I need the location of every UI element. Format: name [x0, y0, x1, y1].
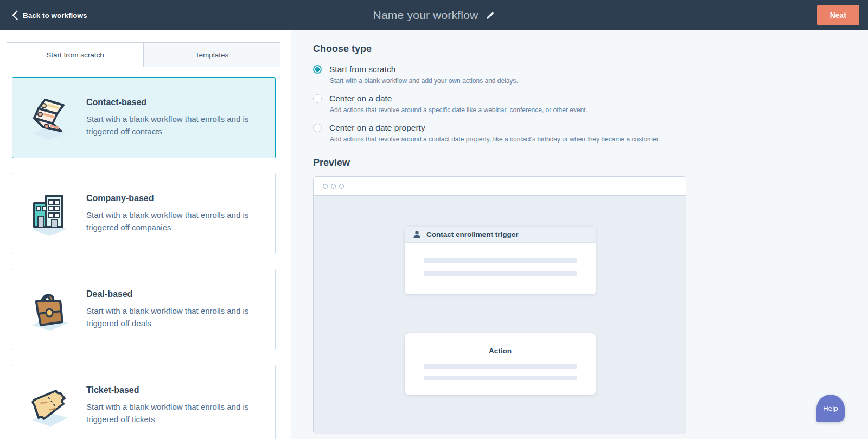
placeholder-bar — [424, 364, 577, 369]
top-bar: Back to workflows Name your workflow Nex… — [0, 0, 868, 30]
contacts-icon — [27, 95, 72, 140]
main-panel: Choose type Start from scratch Start wit… — [291, 30, 868, 439]
radio-center-on-date-property[interactable] — [313, 124, 322, 132]
workflow-type-sidebar: Start from scratch Templates — [0, 30, 291, 439]
trigger-card-body — [405, 243, 596, 294]
radio-row[interactable]: Start from scratch — [313, 64, 868, 74]
back-label: Back to workflows — [23, 11, 87, 20]
option-start-from-scratch: Start from scratch Start with a blank wo… — [313, 64, 868, 85]
sidebar-tabs: Start from scratch Templates — [7, 42, 280, 67]
edit-pencil-icon[interactable] — [486, 11, 495, 20]
card-title: Deal-based — [86, 289, 261, 299]
type-options: Start from scratch Start with a blank wo… — [313, 64, 868, 143]
radio-row[interactable]: Center on a date property — [313, 123, 868, 133]
card-text: Deal-based Start with a blank workflow t… — [86, 289, 261, 330]
chevron-left-icon — [12, 10, 18, 20]
card-text: Company-based Start with a blank workflo… — [86, 193, 261, 234]
browser-dot-icon — [331, 184, 336, 189]
ticket-icon — [27, 383, 72, 428]
trigger-label: Contact enrollment trigger — [426, 230, 519, 238]
option-center-on-date: Center on a date Add actions that revolv… — [313, 94, 868, 114]
card-description: Start with a blank workflow that enrolls… — [86, 209, 261, 234]
browser-dot-icon — [323, 184, 328, 189]
option-description: Add actions that revolve around a specif… — [330, 106, 868, 114]
back-to-workflows-button[interactable]: Back to workflows — [12, 10, 87, 20]
option-description: Start with a blank workflow and add your… — [330, 77, 868, 85]
card-text: Ticket-based Start with a blank workflow… — [86, 385, 261, 425]
company-icon — [27, 191, 72, 236]
placeholder-bar — [424, 258, 577, 263]
radio-row[interactable]: Center on a date — [313, 94, 868, 104]
preview-heading: Preview — [313, 157, 868, 169]
tab-templates[interactable]: Templates — [144, 42, 280, 67]
card-contact-based[interactable]: Contact-based Start with a blank workflo… — [12, 77, 276, 158]
card-text: Contact-based Start with a blank workflo… — [86, 98, 261, 138]
card-ticket-based[interactable]: Ticket-based Start with a blank workflow… — [12, 365, 276, 439]
next-button[interactable]: Next — [817, 5, 859, 25]
card-description: Start with a blank workflow that enrolls… — [86, 113, 261, 138]
browser-chrome-bar — [314, 177, 686, 196]
card-company-based[interactable]: Company-based Start with a blank workflo… — [12, 173, 276, 254]
help-button[interactable]: Help — [816, 395, 845, 422]
radio-center-on-date[interactable] — [313, 94, 322, 103]
object-type-card-list: Contact-based Start with a blank workflo… — [12, 77, 291, 439]
card-description: Start with a blank workflow that enrolls… — [86, 305, 261, 330]
card-title: Contact-based — [86, 98, 261, 107]
action-label: Action — [405, 347, 596, 355]
placeholder-bar — [424, 271, 577, 276]
action-card: Action — [405, 333, 596, 395]
card-description: Start with a blank workflow that enrolls… — [86, 401, 261, 425]
placeholder-bar — [424, 376, 577, 380]
enrollment-trigger-card: Contact enrollment trigger — [405, 227, 596, 294]
card-deal-based[interactable]: Deal-based Start with a blank workflow t… — [12, 269, 276, 350]
trigger-card-header: Contact enrollment trigger — [405, 227, 596, 243]
workflow-name-title[interactable]: Name your workflow — [373, 9, 478, 22]
option-label: Center on a date — [329, 94, 392, 104]
workflow-canvas: Contact enrollment trigger Action — [314, 196, 686, 434]
choose-type-heading: Choose type — [313, 43, 868, 55]
radio-start-from-scratch[interactable] — [313, 65, 322, 74]
content-area: Start from scratch Templates — [0, 30, 868, 439]
card-title: Company-based — [86, 193, 261, 203]
option-label: Start from scratch — [329, 64, 395, 74]
tab-start-from-scratch[interactable]: Start from scratch — [7, 42, 144, 67]
option-center-on-date-property: Center on a date property Add actions th… — [313, 123, 868, 143]
workflow-preview: Contact enrollment trigger Action — [313, 176, 686, 434]
contact-person-icon — [413, 230, 421, 238]
briefcase-icon — [27, 287, 72, 332]
browser-dot-icon — [339, 184, 344, 189]
action-card-body — [424, 364, 577, 380]
option-label: Center on a date property — [329, 123, 425, 133]
card-title: Ticket-based — [86, 385, 261, 395]
option-description: Add actions that revolve around a contac… — [330, 135, 868, 143]
